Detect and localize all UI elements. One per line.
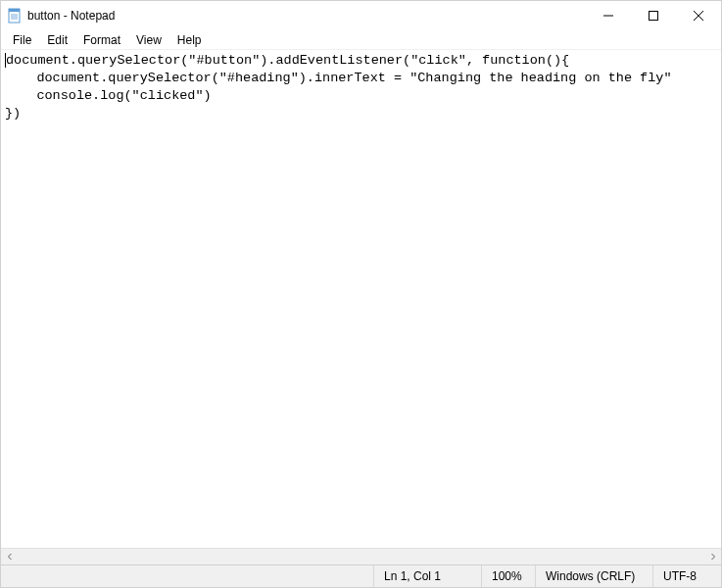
notepad-icon xyxy=(7,8,23,24)
status-line-ending: Windows (CRLF) xyxy=(535,565,652,587)
text-caret xyxy=(5,53,6,68)
window-controls xyxy=(586,1,721,30)
status-position: Ln 1, Col 1 xyxy=(373,565,481,587)
menu-view[interactable]: View xyxy=(128,31,169,49)
window-title: button - Notepad xyxy=(27,9,115,23)
status-zoom: 100% xyxy=(481,565,535,587)
status-encoding: UTF-8 xyxy=(652,565,721,587)
svg-rect-6 xyxy=(650,12,658,21)
menu-help[interactable]: Help xyxy=(169,31,210,49)
text-editor[interactable]: document.querySelector("#button").addEve… xyxy=(1,50,721,548)
menu-format[interactable]: Format xyxy=(75,31,128,49)
titlebar: button - Notepad xyxy=(1,1,721,30)
statusbar: Ln 1, Col 1 100% Windows (CRLF) UTF-8 xyxy=(1,564,721,587)
menu-edit[interactable]: Edit xyxy=(39,31,75,49)
menubar: File Edit Format View Help xyxy=(1,30,721,50)
scroll-left-arrow[interactable] xyxy=(1,549,18,565)
horizontal-scrollbar[interactable] xyxy=(1,548,721,564)
svg-rect-1 xyxy=(9,9,20,12)
maximize-button[interactable] xyxy=(631,1,676,30)
close-button[interactable] xyxy=(676,1,721,30)
minimize-button[interactable] xyxy=(586,1,631,30)
editor-content: document.querySelector("#button").addEve… xyxy=(5,53,672,121)
menu-file[interactable]: File xyxy=(5,31,39,49)
scroll-right-arrow[interactable] xyxy=(704,549,721,565)
